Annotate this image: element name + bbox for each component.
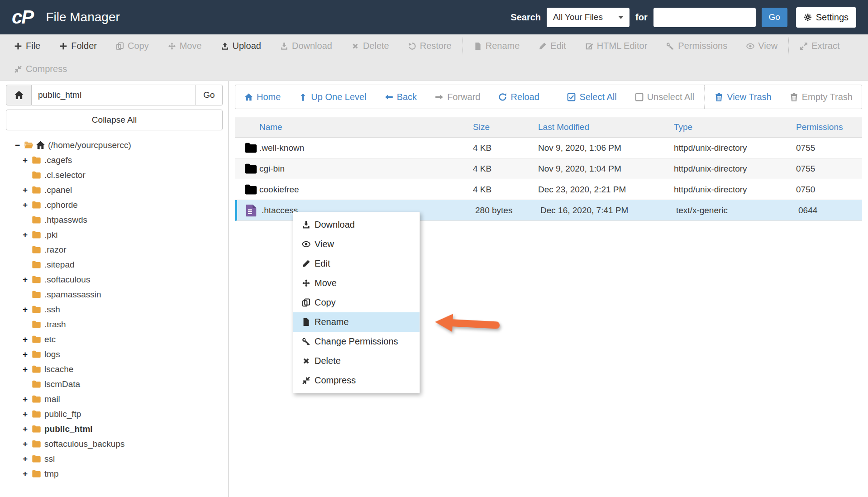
- tree-item-ssl[interactable]: +ssl: [6, 451, 223, 466]
- tree-item-public-ftp[interactable]: +public_ftp: [6, 406, 223, 421]
- file-modified: Dec 23, 2020, 2:21 PM: [538, 185, 674, 195]
- tree-item-label: etc: [44, 335, 56, 344]
- table-row-well-known[interactable]: .well-known 4 KB Nov 9, 2020, 1:06 PM ht…: [235, 138, 862, 158]
- file-modified: Dec 16, 2020, 7:41 PM: [540, 205, 676, 215]
- html-editor-icon: [585, 42, 593, 50]
- path-go-button[interactable]: Go: [196, 85, 223, 105]
- tree-expand-toggle[interactable]: +: [23, 155, 32, 165]
- tree-item-lscmdata[interactable]: lscmData: [6, 377, 223, 392]
- tree-item-logs[interactable]: +logs: [6, 347, 223, 362]
- tree-item-softaculous[interactable]: +.softaculous: [6, 272, 223, 287]
- tree-item-spamassassin[interactable]: .spamassassin: [6, 287, 223, 302]
- upload-icon: [221, 42, 229, 50]
- tree-item-cphorde[interactable]: +.cphorde: [6, 197, 223, 212]
- tree-item-home-root[interactable]: −(/home/yourcpusercc): [6, 138, 223, 153]
- column-header-permissions[interactable]: Permissions: [796, 122, 862, 132]
- tree-item-pki[interactable]: +.pki: [6, 227, 223, 242]
- key-icon: [302, 337, 310, 346]
- tree-item-public-html[interactable]: +public_html: [6, 421, 223, 436]
- tree-item-softaculous-backups[interactable]: +softaculous_backups: [6, 436, 223, 451]
- tree-expand-toggle[interactable]: +: [23, 409, 32, 419]
- trash-icon: [715, 93, 723, 101]
- nav-label: Select All: [579, 92, 616, 102]
- nav-home-button[interactable]: Home: [235, 92, 290, 102]
- tree-item-htpasswds[interactable]: .htpasswds: [6, 212, 223, 227]
- settings-button[interactable]: Settings: [796, 7, 856, 28]
- context-menu-view[interactable]: View: [293, 234, 420, 254]
- toolbar-label: Folder: [71, 41, 97, 51]
- search-input[interactable]: [653, 8, 756, 27]
- tree-item-etc[interactable]: +etc: [6, 332, 223, 347]
- context-menu-delete[interactable]: Delete: [293, 351, 420, 371]
- tree-item-cl-selector[interactable]: .cl.selector: [6, 167, 223, 182]
- home-button[interactable]: [6, 85, 32, 105]
- tree-item-label: lscache: [44, 364, 73, 374]
- path-row: Go: [6, 85, 223, 105]
- tree-item-trash[interactable]: .trash: [6, 317, 223, 332]
- extract-icon: [800, 42, 808, 50]
- table-row-cgi-bin[interactable]: cgi-bin 4 KB Nov 9, 2020, 1:04 PM httpd/…: [235, 158, 862, 179]
- toolbar-folder-button[interactable]: Folder: [50, 34, 106, 57]
- context-menu-rename[interactable]: Rename: [293, 312, 420, 332]
- directory-tree: −(/home/yourcpusercc) +.cagefs .cl.selec…: [6, 138, 223, 481]
- tree-expand-toggle[interactable]: +: [23, 230, 32, 240]
- nav-view-trash-button[interactable]: View Trash: [706, 92, 781, 102]
- folder-icon: [32, 439, 41, 449]
- column-header-type[interactable]: Type: [674, 122, 796, 132]
- collapse-all-button[interactable]: Collapse All: [6, 110, 223, 130]
- context-menu-change-permissions[interactable]: Change Permissions: [293, 332, 420, 351]
- tree-expand-toggle[interactable]: +: [23, 305, 32, 315]
- tree-item-lscache[interactable]: +lscache: [6, 362, 223, 377]
- tree-expand-toggle[interactable]: +: [23, 200, 32, 210]
- column-header-size[interactable]: Size: [473, 122, 538, 132]
- tree-item-cagefs[interactable]: +.cagefs: [6, 153, 223, 167]
- toolbar-file-button[interactable]: File: [5, 34, 50, 57]
- tree-expand-toggle[interactable]: +: [23, 394, 32, 404]
- tree-item-mail[interactable]: +mail: [6, 392, 223, 406]
- tree-expand-toggle[interactable]: +: [23, 335, 32, 344]
- nav-unselect-all-button: Unselect All: [626, 92, 704, 102]
- file-name[interactable]: cgi-bin: [259, 164, 473, 174]
- tree-expand-toggle[interactable]: +: [23, 469, 32, 479]
- toolbar-label: Compress: [26, 64, 67, 74]
- copy-icon: [116, 42, 124, 50]
- nav-reload-button[interactable]: Reload: [489, 92, 548, 102]
- column-header-name[interactable]: Name: [259, 122, 473, 132]
- tree-expand-toggle[interactable]: +: [23, 275, 32, 285]
- tree-expand-toggle[interactable]: +: [23, 424, 32, 434]
- toolbar-edit-button: Edit: [529, 34, 575, 57]
- file-name[interactable]: cookiefree: [259, 185, 473, 195]
- context-menu-move[interactable]: Move: [293, 273, 420, 293]
- plus-icon: [14, 42, 22, 50]
- tree-expand-toggle[interactable]: +: [23, 364, 32, 374]
- nav-back-button[interactable]: Back: [376, 92, 426, 102]
- file-name[interactable]: .well-known: [259, 143, 473, 153]
- context-menu-download[interactable]: Download: [293, 215, 420, 234]
- search-area: Search All Your Files for Go Settings: [510, 7, 856, 28]
- file-icon: [474, 42, 482, 50]
- tree-collapse-toggle[interactable]: −: [15, 140, 24, 150]
- tree-item-razor[interactable]: .razor: [6, 242, 223, 257]
- tree-item-sitepad[interactable]: .sitepad: [6, 257, 223, 272]
- tree-expand-toggle[interactable]: +: [23, 454, 32, 464]
- column-header-last-modified[interactable]: Last Modified: [538, 122, 674, 132]
- toolbar-restore-button: Restore: [399, 34, 461, 57]
- tree-expand-toggle[interactable]: +: [23, 185, 32, 195]
- cpanel-logo[interactable]: cP: [12, 6, 33, 28]
- tree-item-cpanel[interactable]: +.cpanel: [6, 182, 223, 197]
- context-menu-copy[interactable]: Copy: [293, 293, 420, 312]
- search-go-button[interactable]: Go: [762, 8, 787, 27]
- tree-item-ssh[interactable]: +.ssh: [6, 302, 223, 317]
- context-menu-compress[interactable]: Compress: [293, 371, 420, 390]
- table-row-cookiefree[interactable]: cookiefree 4 KB Dec 23, 2020, 2:21 PM ht…: [235, 179, 862, 200]
- context-menu-edit[interactable]: Edit: [293, 254, 420, 273]
- path-input[interactable]: [32, 85, 196, 105]
- search-scope-select[interactable]: All Your Files: [547, 8, 630, 27]
- tree-expand-toggle[interactable]: +: [23, 439, 32, 449]
- folder-icon: [32, 245, 41, 254]
- toolbar-upload-button[interactable]: Upload: [211, 34, 271, 57]
- nav-up-one-level-button[interactable]: Up One Level: [290, 92, 375, 102]
- tree-expand-toggle[interactable]: +: [23, 349, 32, 359]
- nav-select-all-button[interactable]: Select All: [558, 92, 625, 102]
- tree-item-tmp[interactable]: +tmp: [6, 466, 223, 481]
